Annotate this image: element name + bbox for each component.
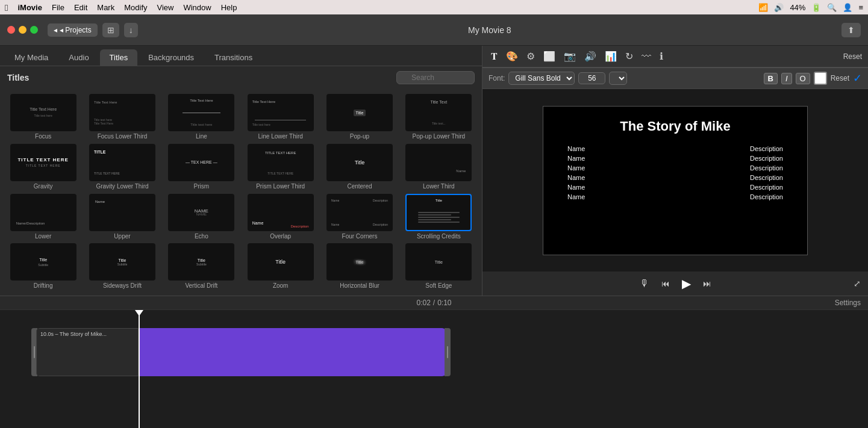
battery-label: 44% (790, 3, 805, 12)
thumb-label-zoom: Zoom (273, 282, 289, 289)
list-item-prism-lt[interactable]: TITLE TEXT HERE TITLE TEXT HERE Prism Lo… (242, 144, 319, 191)
playhead[interactable] (139, 310, 140, 428)
list-item-vertical-drift[interactable]: Title Subtitle Vertical Drift (163, 243, 240, 291)
search-input[interactable] (396, 71, 475, 84)
play-button[interactable]: ▶ (682, 276, 691, 291)
text-format-icon[interactable]: 𝐓 (489, 50, 500, 63)
thumb-label-focus-lt: Focus Lower Third (98, 133, 148, 140)
thumb-label-prism-lt: Prism Lower Third (256, 183, 305, 190)
outline-button[interactable]: O (796, 73, 810, 84)
color-picker[interactable] (814, 72, 827, 85)
list-item-popup[interactable]: Title Pop-up (321, 94, 398, 141)
thumb-label-lower: Lower (35, 233, 51, 240)
mic-button[interactable]: 🎙 (640, 278, 649, 289)
thumb-label-popup: Pop-up (350, 133, 369, 140)
filter-icon[interactable]: ⚙ (524, 49, 537, 63)
list-item-lower[interactable]: Name/Description Lower (5, 194, 81, 241)
tab-audio[interactable]: Audio (59, 49, 98, 66)
thumb-popup: Title (326, 94, 393, 131)
list-item-centered[interactable]: Title Centered (321, 144, 398, 191)
list-item-line-lower-third[interactable]: Title Text Here Title text here Line Low… (242, 94, 319, 141)
info-icon[interactable]: ℹ (657, 49, 666, 63)
list-item-focus[interactable]: Title Text HereTitle text here Focus (5, 94, 81, 141)
tab-titles[interactable]: Titles (100, 49, 138, 66)
menu-modify[interactable]: Modify (124, 3, 147, 12)
download-button[interactable]: ↓ (124, 23, 138, 37)
crop-icon[interactable]: ⬜ (541, 49, 558, 63)
projects-button[interactable]: ◂ ◂ Projects (48, 23, 98, 37)
italic-button[interactable]: I (781, 73, 792, 84)
preview-title: The Story of Mike (620, 119, 730, 134)
fullscreen-button[interactable] (30, 26, 38, 34)
video-icon[interactable]: 📷 (561, 49, 578, 63)
list-item-line[interactable]: Title Text Here Title text here Line (163, 94, 240, 141)
thumb-echo: NAME NAME (168, 194, 234, 231)
skip-forward-button[interactable]: ⏭ (703, 279, 711, 288)
list-item-gravity-lt[interactable]: TITLE TITLE TEXT HERE Gravity Lower Thir… (84, 144, 160, 191)
track-handle-right[interactable] (445, 328, 451, 376)
minimize-button[interactable] (19, 26, 27, 34)
panel-title: Titles (7, 73, 29, 82)
list-item-soft-edge[interactable]: Title Soft Edge (401, 243, 477, 291)
skip-back-button[interactable]: ⏮ (661, 279, 670, 288)
noise-icon[interactable]: 〰 (639, 50, 654, 63)
reset-button[interactable]: Reset (831, 74, 849, 82)
tab-my-media[interactable]: My Media (5, 49, 58, 66)
audio-icon[interactable]: 🔊 (582, 49, 599, 63)
font-size-dropdown[interactable]: ▾ (609, 72, 627, 85)
font-selector[interactable]: Gill Sans Bold (508, 72, 575, 85)
list-item-horizontal-blur[interactable]: Title Horizontal Blur (321, 243, 398, 291)
table-row: Name Description (555, 182, 795, 192)
list-item-drifting[interactable]: Title Subtitle Drifting (5, 243, 81, 291)
menu-imovie[interactable]: iMovie (17, 3, 42, 12)
list-item-scrolling-credits[interactable]: Title Scrolling Credits (401, 194, 477, 241)
track-block-label-area: 10.0s – The Story of Mike... (36, 328, 139, 376)
grid-view-button[interactable]: ⊞ (102, 23, 119, 37)
list-item-focus-lower-third[interactable]: Title Text Here Title text hereTitle Tex… (84, 94, 160, 141)
list-item-gravity[interactable]: TITLE TEXT HERE TITLE TEXT HERE Gravity (5, 144, 81, 191)
movie-title: My Movie 8 (143, 25, 837, 35)
wifi-icon: 📶 (758, 3, 768, 12)
font-size-input[interactable] (578, 72, 605, 84)
rotate-icon[interactable]: ↻ (623, 49, 635, 63)
menu-icon[interactable]: ≡ (858, 3, 863, 12)
search-icon[interactable]: 🔍 (827, 3, 837, 12)
close-button[interactable] (7, 26, 15, 34)
paint-icon[interactable]: 🎨 (504, 49, 520, 63)
format-toolbar: 𝐓 🎨 ⚙ ⬜ 📷 🔊 📊 ↻ 〰 ℹ Reset (482, 46, 868, 67)
menu-view[interactable]: View (157, 3, 174, 12)
table-row: Name Description (555, 192, 795, 202)
tab-transitions[interactable]: Transitions (205, 49, 262, 66)
thumb-lower-third: Name (405, 144, 472, 181)
thumb-gravity: TITLE TEXT HERE TITLE TEXT HERE (10, 144, 76, 181)
list-item-zoom[interactable]: Title Zoom (242, 243, 319, 291)
list-item-lower-third[interactable]: Name Lower Third (401, 144, 477, 191)
timeline-content: 10.0s – The Story of Mike... (0, 310, 868, 428)
fullscreen-expand-button[interactable]: ⤢ (854, 279, 861, 288)
settings-label[interactable]: Settings (835, 299, 861, 307)
thumb-label-focus: Focus (35, 133, 51, 140)
table-row: Name Description (555, 163, 795, 173)
list-item-four-corners[interactable]: Name Description Name Description Four C… (321, 194, 398, 241)
list-item-popup-lt[interactable]: Title Text Title text... Pop-up Lower Th… (401, 94, 477, 141)
menu-edit[interactable]: Edit (74, 3, 87, 12)
list-item-echo[interactable]: NAME NAME Echo (163, 194, 240, 241)
menu-file[interactable]: File (52, 3, 64, 12)
share-button[interactable]: ⬆ (841, 23, 861, 37)
chart-icon[interactable]: 📊 (602, 49, 619, 63)
thumb-label-soft-edge: Soft Edge (425, 282, 452, 289)
menu-help[interactable]: Help (221, 3, 237, 12)
list-item-upper[interactable]: Name Upper (84, 194, 160, 241)
list-item-overlap[interactable]: Name Description Overlap (242, 194, 319, 241)
menu-mark[interactable]: Mark (97, 3, 114, 12)
font-label: Font: (489, 74, 505, 82)
reset-all-button[interactable]: Reset (843, 52, 862, 61)
apple-menu[interactable]:  (5, 2, 8, 13)
tab-backgrounds[interactable]: Backgrounds (139, 49, 204, 66)
thumb-soft-edge: Title (405, 243, 472, 281)
done-button[interactable]: ✓ (853, 72, 862, 85)
menu-window[interactable]: Window (183, 3, 211, 12)
list-item-prism[interactable]: — TEX HERE — Prism (163, 144, 240, 191)
list-item-sideways-drift[interactable]: Title Subtitle Sideways Drift (84, 243, 160, 291)
bold-button[interactable]: B (764, 73, 778, 84)
